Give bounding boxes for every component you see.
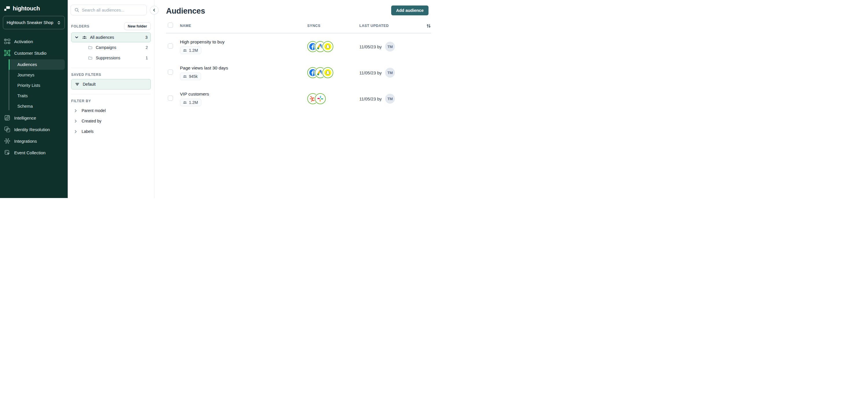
filter-by-section-label: FILTER BY	[71, 99, 91, 103]
audience-size-badge: 945k	[180, 73, 201, 80]
workspace-name: Hightouch Sneaker Shop	[7, 20, 53, 25]
sync-stack	[307, 67, 359, 78]
chevron-right-icon	[73, 109, 78, 113]
sidebar-nav: Activation Customer Studio Audiences Jou…	[0, 36, 68, 158]
sidebar-item-audiences[interactable]: Audiences	[9, 59, 65, 70]
avatar: TM	[385, 42, 395, 52]
chevron-up-down-icon	[57, 21, 61, 25]
customer-studio-subnav: Audiences Journeys Priority Lists Traits…	[9, 59, 65, 112]
page-title: Audiences	[166, 7, 205, 16]
sidebar-item-activation[interactable]: Activation	[0, 36, 68, 47]
chevron-right-icon	[73, 129, 78, 134]
saved-filter-default[interactable]: Default	[71, 79, 151, 89]
workspace-selector[interactable]: Hightouch Sneaker Shop	[3, 16, 65, 29]
filter-label: Labels	[82, 129, 93, 134]
audience-size: 945k	[189, 74, 197, 79]
sidebar-item-customer-studio[interactable]: Customer Studio	[0, 47, 68, 59]
search-icon	[74, 7, 79, 12]
people-icon	[183, 74, 187, 79]
sync-stack	[307, 41, 359, 52]
customer-studio-icon	[4, 50, 10, 56]
sync-stack	[307, 93, 359, 104]
people-icon	[183, 100, 187, 104]
hightouch-logo-icon	[4, 5, 10, 11]
column-header-last-updated[interactable]: LAST UPDATED	[359, 24, 421, 28]
folder-icon	[88, 45, 93, 50]
folder-count: 2	[146, 45, 148, 50]
avatar: TM	[385, 94, 395, 103]
new-folder-button[interactable]: New folder	[124, 22, 151, 30]
avatar: TM	[385, 68, 395, 78]
audiences-main: Audiences Add audience NAME SYNCS LAST U…	[155, 0, 434, 198]
column-header-name[interactable]: NAME	[180, 24, 307, 28]
event-collection-icon	[4, 149, 10, 156]
sidebar-item-identity-resolution[interactable]: Identity Resolution	[0, 124, 68, 135]
sidebar-item-journeys[interactable]: Journeys	[9, 70, 65, 80]
column-header-syncs[interactable]: SYNCS	[307, 24, 359, 28]
folder-label: Suppressions	[96, 56, 120, 60]
chevron-right-icon	[73, 119, 78, 123]
row-checkbox[interactable]	[168, 69, 173, 75]
collapse-panel-button[interactable]	[150, 6, 159, 14]
select-all-checkbox[interactable]	[168, 23, 173, 28]
table-row: Page views last 30 days 945k 11/05/23 by…	[166, 60, 431, 86]
folder-campaigns[interactable]: Campaigns 2	[71, 42, 151, 53]
sort-icon[interactable]	[426, 24, 431, 28]
folder-icon	[88, 56, 93, 60]
sidebar-item-integrations[interactable]: Integrations	[0, 135, 68, 147]
sidebar-item-label: Identity Resolution	[14, 127, 50, 132]
chevron-down-icon[interactable]	[74, 35, 79, 40]
add-audience-button[interactable]: Add audience	[391, 5, 429, 16]
audience-size-badge: 1.2M	[180, 47, 202, 54]
identity-resolution-icon	[4, 126, 10, 132]
table-header: NAME SYNCS LAST UPDATED	[166, 23, 431, 34]
sidebar-item-label: Event Collection	[14, 150, 45, 155]
sidebar-item-label: Intelligence	[14, 116, 36, 120]
folder-label: Campaigns	[96, 45, 116, 50]
filter-label: Parent model	[82, 108, 105, 113]
last-updated-text: 11/05/23 by	[359, 70, 382, 75]
row-checkbox[interactable]	[168, 43, 173, 49]
audience-name[interactable]: Page views last 30 days	[180, 65, 307, 71]
filter-labels[interactable]: Labels	[68, 126, 154, 136]
filter-parent-model[interactable]: Parent model	[68, 105, 154, 116]
app-window: hightouch Hightouch Sneaker Shop Activat…	[0, 0, 434, 198]
snapchat-sync-icon[interactable]	[322, 41, 333, 52]
search-input[interactable]	[82, 8, 143, 12]
sidebar-item-label: Activation	[14, 39, 33, 44]
sidebar-item-schema[interactable]: Schema	[9, 101, 65, 112]
sidebar-item-label: Integrations	[14, 139, 37, 144]
folders-section-label: FOLDERS	[71, 24, 89, 28]
folder-suppressions[interactable]: Suppressions 1	[71, 53, 151, 63]
saved-filters-section-label: SAVED FILTERS	[71, 73, 101, 77]
audiences-filter-panel: FOLDERS New folder All audiences 3 Campa…	[68, 0, 155, 198]
intelligence-icon	[4, 115, 10, 121]
sidebar-item-event-collection[interactable]: Event Collection	[0, 147, 68, 158]
audience-name[interactable]: High propensity to buy	[180, 39, 307, 44]
activation-icon	[4, 38, 10, 44]
audience-search[interactable]	[71, 5, 147, 16]
chevron-left-icon	[152, 8, 156, 12]
table-row: High propensity to buy 1.2M 11/05/23 by …	[166, 34, 431, 60]
filter-icon	[75, 82, 80, 87]
saved-filter-label: Default	[83, 82, 95, 87]
filter-created-by[interactable]: Created by	[68, 116, 154, 126]
audience-size: 1.2M	[189, 100, 198, 105]
sidebar-item-traits[interactable]: Traits	[9, 91, 65, 101]
folder-count: 1	[146, 56, 148, 60]
audience-size-badge: 1.2M	[180, 99, 202, 106]
folder-tree: All audiences 3 Campaigns 2 Suppressions…	[71, 32, 151, 63]
sidebar-item-intelligence[interactable]: Intelligence	[0, 112, 68, 124]
slack-sync-icon[interactable]	[315, 93, 326, 104]
snapchat-sync-icon[interactable]	[322, 67, 333, 78]
people-icon	[82, 35, 87, 40]
sidebar-item-priority-lists[interactable]: Priority Lists	[9, 80, 65, 91]
sidebar-item-label: Customer Studio	[14, 51, 46, 56]
row-checkbox[interactable]	[168, 95, 173, 101]
panel-divider	[71, 94, 151, 94]
folder-all-audiences[interactable]: All audiences 3	[71, 32, 151, 42]
folder-label: All audiences	[90, 35, 114, 40]
hightouch-logo[interactable]: hightouch	[0, 0, 68, 12]
audience-name[interactable]: VIP customers	[180, 91, 307, 97]
audience-size: 1.2M	[189, 48, 198, 53]
